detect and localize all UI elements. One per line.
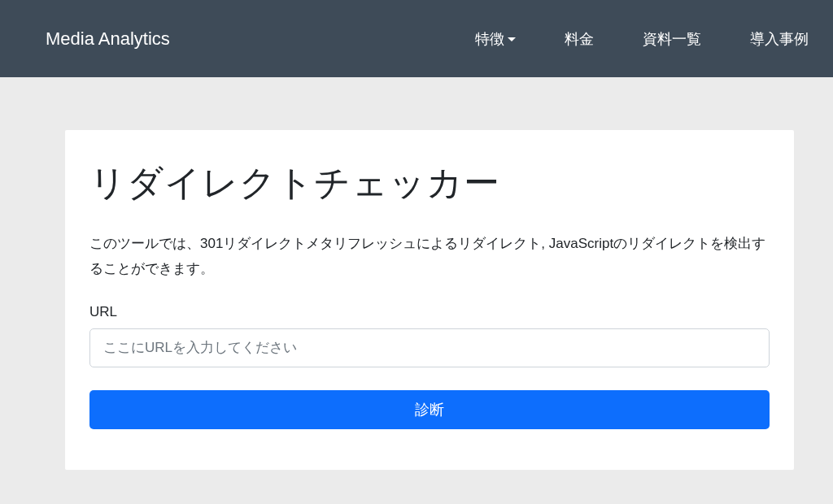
diagnose-button[interactable]: 診断 (89, 390, 770, 429)
url-input[interactable] (89, 328, 770, 367)
brand-logo[interactable]: Media Analytics (46, 28, 170, 50)
nav-link-label: 特徴 (475, 29, 504, 49)
nav-link-documents[interactable]: 資料一覧 (643, 29, 701, 49)
tool-description: このツールでは、301リダイレクトメタリフレッシュによるリダイレクト, Java… (89, 232, 770, 281)
chevron-down-icon (508, 37, 516, 41)
content-area: リダイレクトチェッカー このツールでは、301リダイレクトメタリフレッシュによる… (0, 77, 833, 470)
nav-link-label: 料金 (565, 29, 594, 49)
nav-link-pricing[interactable]: 料金 (565, 29, 594, 49)
nav-link-features[interactable]: 特徴 (475, 29, 516, 49)
nav-links: 特徴 料金 資料一覧 導入事例 (475, 29, 809, 49)
navbar: Media Analytics 特徴 料金 資料一覧 導入事例 (0, 0, 833, 77)
nav-link-label: 導入事例 (750, 29, 809, 49)
url-label: URL (89, 304, 770, 320)
nav-link-case-studies[interactable]: 導入事例 (750, 29, 809, 49)
main-card: リダイレクトチェッカー このツールでは、301リダイレクトメタリフレッシュによる… (65, 130, 794, 470)
page-title: リダイレクトチェッカー (89, 159, 770, 207)
nav-link-label: 資料一覧 (643, 29, 701, 49)
